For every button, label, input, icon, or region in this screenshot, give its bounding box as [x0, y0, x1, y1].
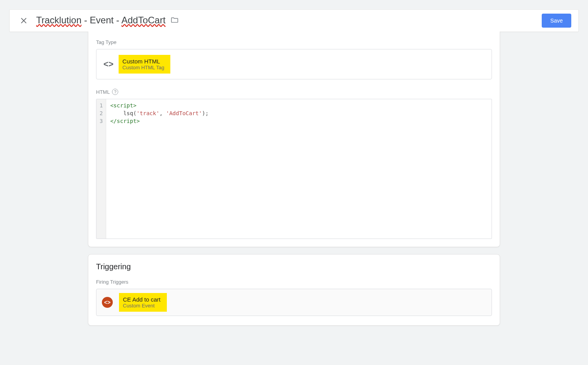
- trigger-title: CE Add to cart: [123, 296, 161, 303]
- tag-name-sep: - Event -: [81, 15, 121, 25]
- triggering-panel: Triggering Firing Triggers <> CE Add to …: [88, 254, 500, 326]
- triggering-title: Triggering: [96, 262, 492, 271]
- tag-name-word: AddToCart: [121, 15, 165, 25]
- folder-icon[interactable]: [170, 16, 179, 26]
- firing-triggers-label: Firing Triggers: [96, 279, 492, 285]
- tag-name-input[interactable]: Tracklution - Event - AddToCart: [36, 15, 166, 26]
- help-icon[interactable]: ?: [112, 89, 118, 95]
- editor-content[interactable]: <script> lsq('track', 'AddToCart'); </sc…: [106, 99, 492, 239]
- html-field-label: HTML ?: [96, 89, 492, 95]
- editor-gutter: 1 2 3: [96, 99, 106, 239]
- save-button[interactable]: Save: [542, 14, 571, 28]
- tag-type-subtitle: Custom HTML Tag: [122, 65, 164, 70]
- tag-type-selector[interactable]: < > Custom HTML Custom HTML Tag: [96, 49, 492, 79]
- custom-event-icon: <>: [102, 297, 113, 308]
- dialog-header: Tracklution - Event - AddToCart Save: [9, 9, 579, 32]
- trigger-subtitle: Custom Event: [123, 303, 161, 309]
- firing-trigger-row[interactable]: <> CE Add to cart Custom Event: [96, 289, 492, 316]
- html-code-editor[interactable]: 1 2 3 <script> lsq('track', 'AddToCart')…: [96, 99, 492, 239]
- close-icon[interactable]: [17, 14, 31, 28]
- tag-configuration-panel: Tag Type < > Custom HTML Custom HTML Tag…: [88, 32, 500, 247]
- tag-type-title: Custom HTML: [122, 58, 164, 65]
- code-angle-icon: < >: [103, 59, 112, 69]
- tag-type-label: Tag Type: [96, 39, 492, 45]
- tag-name-word: Tracklution: [36, 15, 81, 25]
